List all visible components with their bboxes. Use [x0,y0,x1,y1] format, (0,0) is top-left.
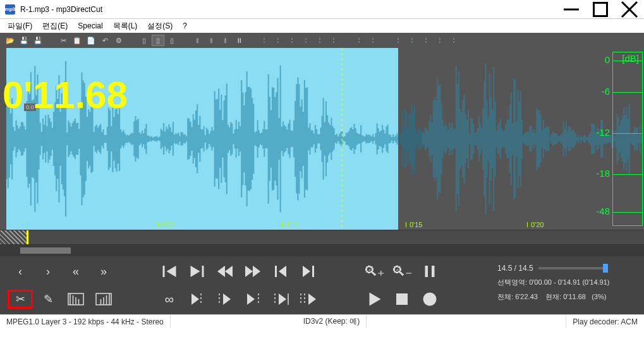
svg-rect-7 [202,266,204,277]
skip-forward-button[interactable] [240,262,265,281]
svg-rect-1 [594,3,607,16]
zoom-in-button[interactable]: 🔍︎₊ [361,262,387,281]
goto-end-button[interactable] [185,262,210,281]
zoom-out-button[interactable]: 🔍︎₋ [389,262,415,281]
copy-icon[interactable]: 📋 [71,35,83,46]
skip-back-button[interactable] [212,262,238,281]
toolbar: 📂 💾 💾 ✂ 📋 📄 ↶ ⚙ ▯ ▯ ▯ ⦀ ⦀ ⦀ ⏸ ⦙ ⦙ ⦙ ⦙ ⦙ … [0,33,644,48]
maximize-button[interactable] [586,0,615,19]
waveform-display[interactable]: 0.0 0'11.68 0'050'100'150'20 [dB] 0-6-12… [0,48,644,230]
menu-special[interactable]: Special [73,21,107,30]
edit3-icon[interactable]: ⦙ [392,35,404,46]
db-tick: 0 [605,54,610,65]
cut-icon[interactable]: ✂ [57,35,70,46]
edit6-icon[interactable]: ⦙ [434,35,446,46]
edit4-icon[interactable]: ⦙ [406,35,418,46]
percent-value: (3%) [592,293,606,300]
total-value: 6'22.43 [515,293,538,300]
overview-selection [0,230,27,244]
nav2-icon[interactable]: ⦀ [205,35,217,46]
status-decoder: Play decoder: ACM [566,315,644,328]
svg-marker-5 [167,266,176,277]
svg-marker-28 [191,293,199,305]
selection-label: 선택영역: [497,278,527,286]
svg-rect-16 [425,266,428,277]
zoom-slider-thumb[interactable] [603,264,608,273]
loop-button[interactable]: ∞ [157,290,182,309]
status-id3: ID3v2 (Keep: 예) [297,315,367,328]
doc3-icon[interactable]: ▯ [166,35,178,46]
stop-button[interactable] [389,290,415,309]
next-button[interactable]: › [35,262,61,281]
open-icon[interactable]: 📂 [4,35,16,46]
minimize-button[interactable] [557,0,586,19]
playsel2-button[interactable] [212,290,238,309]
doc2-icon[interactable]: ▯ [152,35,164,46]
svg-marker-9 [225,266,233,277]
scroll-thumb[interactable] [20,247,71,254]
play-button[interactable] [361,290,387,309]
pause-button[interactable] [417,262,442,281]
marker1-icon[interactable]: ⦙ [258,35,270,46]
first-button[interactable] [268,262,293,281]
playsel5-button[interactable] [296,290,321,309]
svg-marker-35 [279,293,286,305]
svg-rect-12 [275,266,277,277]
db-tick: -6 [602,86,610,97]
edit1-icon[interactable]: ⦙ [353,35,365,46]
overview-strip[interactable] [0,230,644,245]
marker6-icon[interactable]: ⦙ [327,35,340,46]
svg-marker-6 [191,266,200,277]
fade1-button[interactable] [63,290,88,309]
menu-file[interactable]: 파일(F) [3,21,37,32]
nav1-icon[interactable]: ⦀ [191,35,204,46]
svg-marker-10 [245,266,253,277]
time-mark: 0'15 [410,221,422,228]
window-title: R-1.mp3 - mp3DirectCut [20,5,557,14]
marker4-icon[interactable]: ⦙ [300,35,312,46]
edit2-icon[interactable]: ⦙ [367,35,379,46]
close-button[interactable] [615,0,644,19]
save-icon[interactable]: 💾 [18,35,30,46]
menu-help[interactable]: ? [178,21,192,30]
menu-edit[interactable]: 편집(E) [37,21,73,32]
last-button[interactable] [296,262,321,281]
playsel3-button[interactable] [240,290,265,309]
playsel1-button[interactable] [185,290,210,309]
svg-marker-32 [247,293,255,305]
cut-button[interactable]: ✂ [8,290,33,309]
menu-settings[interactable]: 설정(S) [142,21,178,32]
svg-marker-8 [217,266,225,277]
record-button[interactable] [417,290,442,309]
edit7-icon[interactable]: ⦙ [447,35,460,46]
goto-start-button[interactable] [157,262,182,281]
edit-button[interactable]: ✎ [35,290,61,309]
marker2-icon[interactable]: ⦙ [272,35,284,46]
save-selection-icon[interactable]: 💾 [32,35,44,46]
rewind-button[interactable]: « [63,262,88,281]
svg-rect-4 [163,266,165,277]
fade2-button[interactable] [91,290,116,309]
time-mark: 0'20 [531,221,544,228]
paste-icon[interactable]: 📄 [85,35,97,46]
db-tick: -18 [596,168,610,179]
fastforward-button[interactable]: » [91,262,116,281]
marker5-icon[interactable]: ⦙ [313,35,326,46]
menu-list[interactable]: 목록(L) [108,21,143,32]
selection-value: 0'00.00 - 0'14.91 (0'14.91) [529,278,609,286]
doc1-icon[interactable]: ▯ [138,35,150,46]
svg-marker-11 [253,266,260,277]
prev-button[interactable]: ‹ [8,262,33,281]
marker3-icon[interactable]: ⦙ [286,35,298,46]
playsel4-button[interactable] [268,290,293,309]
pause-icon[interactable]: ⏸ [233,35,245,46]
zoom-slider[interactable] [538,267,608,269]
svg-marker-39 [308,293,316,305]
redo-icon[interactable]: ⚙ [112,35,125,46]
current-label: 현재: [545,293,561,300]
overview-playhead [27,230,28,244]
nav3-icon[interactable]: ⦀ [219,35,231,46]
edit5-icon[interactable]: ⦙ [420,35,432,46]
horizontal-scrollbar[interactable] [0,245,644,256]
undo-icon[interactable]: ↶ [99,35,111,46]
